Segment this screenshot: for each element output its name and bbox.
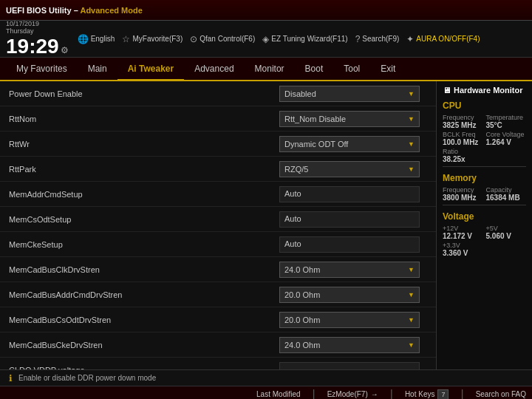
tab-advanced[interactable]: Advanced — [184, 58, 244, 80]
tab-main[interactable]: Main — [78, 58, 117, 80]
cpu-temp-value: 35°C — [486, 121, 527, 129]
setting-name: MemCsOdtSetup — [9, 215, 279, 224]
tab-tool[interactable]: Tool — [333, 58, 370, 80]
divider2: | — [390, 388, 393, 400]
cpu-bclk-label: BCLK Freq — [443, 131, 483, 138]
last-modified-item: Last Modified — [256, 390, 300, 398]
search-icon: ? — [355, 34, 361, 44]
tab-my-favorites[interactable]: My Favorites — [6, 58, 78, 80]
setting-row: MemCadBusCsOdtDrvStren20.0 Ohm▼ — [0, 307, 436, 332]
setting-value: Auto — [279, 186, 427, 202]
dropdown-field[interactable]: 24.0 Ohm▼ — [279, 262, 420, 278]
setting-name: MemAddrCmdSetup — [9, 190, 279, 199]
setting-name: Power Down Enable — [9, 89, 279, 98]
aura-button[interactable]: ✦ AURA ON/OFF(F4) — [406, 34, 480, 44]
mem-capacity-label: Capacity — [486, 186, 527, 194]
mem-freq-value: 3800 MHz — [443, 194, 483, 202]
language-selector[interactable]: 🌐 English — [78, 34, 115, 44]
ez-mode-item[interactable]: EzMode(F7) → — [327, 390, 378, 398]
setting-value[interactable]: 20.0 Ohm▼ — [279, 312, 427, 328]
dropdown-field[interactable]: Rtt_Nom Disable▼ — [279, 111, 420, 127]
voltage-section-title: Voltage — [443, 211, 526, 222]
setting-value[interactable]: Rtt_Nom Disable▼ — [279, 111, 427, 127]
tab-monitor[interactable]: Monitor — [245, 58, 295, 80]
bios-mode: Advanced Mode — [80, 6, 142, 15]
setting-row: MemCadBusCkeDrvStren24.0 Ohm▼ — [0, 332, 436, 358]
static-field: Auto — [279, 236, 420, 253]
setting-row: RttParkRZQ/5▼ — [0, 157, 436, 182]
setting-value[interactable]: Disabled▼ — [279, 86, 427, 102]
cpu-voltage-label: Core Voltage — [486, 131, 527, 138]
setting-value[interactable]: 24.0 Ohm▼ — [279, 337, 427, 353]
qfan-button[interactable]: ⊙ Qfan Control(F6) — [190, 34, 255, 44]
setting-row: CLDO VDDP voltage... — [0, 358, 436, 369]
search-button[interactable]: ? Search(F9) — [355, 34, 400, 44]
top-bar: UEFI BIOS Utility – Advanced Mode — [0, 0, 532, 21]
setting-row: MemCsOdtSetupAuto — [0, 207, 436, 232]
setting-name: MemCadBusCkeDrvStren — [9, 341, 279, 349]
qfan-label: Qfan Control(F6) — [200, 35, 255, 43]
hardware-monitor-panel: 🖥 Hardware Monitor CPU Frequency 3825 MH… — [436, 81, 532, 369]
memory-divider — [443, 166, 526, 167]
info-text: Enable or disable DDR power down mode — [18, 374, 156, 382]
eztuning-label: EZ Tuning Wizard(F11) — [271, 35, 347, 43]
v5-label: +5V — [486, 225, 527, 232]
cpu-bclk-value: 100.0 MHz — [443, 138, 483, 146]
eztuning-button[interactable]: ◈ EZ Tuning Wizard(F11) — [262, 34, 347, 44]
dropdown-field[interactable]: 20.0 Ohm▼ — [279, 287, 420, 303]
top-icons-bar: 🌐 English ☆ MyFavorite(F3) ⊙ Qfan Contro… — [78, 34, 526, 44]
setting-row: RttWrDynamic ODT Off▼ — [0, 132, 436, 157]
search-faq-item[interactable]: Search on FAQ — [476, 390, 526, 398]
dropdown-field[interactable]: RZQ/5▼ — [279, 161, 420, 177]
myfavorites-button[interactable]: ☆ MyFavorite(F3) — [122, 34, 183, 44]
search-faq-label: Search on FAQ — [476, 390, 526, 398]
setting-name: MemCadBusAddrCmdDrvStren — [9, 290, 279, 299]
dropdown-field[interactable]: 20.0 Ohm▼ — [279, 312, 420, 328]
nav-tabs: My Favorites Main Ai Tweaker Advanced Mo… — [0, 58, 532, 81]
dropdown-field[interactable]: 24.0 Ohm▼ — [279, 337, 420, 353]
setting-value[interactable]: RZQ/5▼ — [279, 161, 427, 177]
setting-name: MemCkeSetup — [9, 240, 279, 249]
setting-name: RttPark — [9, 165, 279, 174]
aura-icon: ✦ — [406, 34, 414, 44]
monitor-icon: 🖥 — [443, 86, 451, 95]
setting-row: MemCkeSetupAuto — [0, 232, 436, 257]
cpu-ratio-value: 38.25x — [443, 155, 526, 163]
settings-panel: Power Down EnableDisabled▼RttNomRtt_Nom … — [0, 81, 436, 369]
cpu-section-title: CPU — [443, 100, 526, 111]
memory-section-title: Memory — [443, 173, 526, 183]
tuning-icon: ◈ — [262, 34, 269, 44]
v12-label: +12V — [443, 225, 483, 232]
settings-icon[interactable]: ⚙ — [61, 45, 69, 55]
setting-name: CLDO VDDP voltage — [9, 366, 279, 370]
tab-boot[interactable]: Boot — [295, 58, 334, 80]
mem-freq-label: Frequency — [443, 186, 483, 194]
setting-value[interactable]: 24.0 Ohm▼ — [279, 262, 427, 278]
setting-row: Power Down EnableDisabled▼ — [0, 81, 436, 106]
cpu-voltage-value: 1.264 V — [486, 138, 527, 146]
hot-keys-key: 7 — [437, 389, 449, 400]
voltage-grid: +12V 12.172 V +5V 5.060 V — [443, 225, 526, 240]
cpu-ratio-label: Ratio — [443, 148, 526, 155]
last-modified-label: Last Modified — [256, 390, 300, 398]
setting-value: Auto — [279, 236, 427, 253]
static-field: Auto — [279, 186, 420, 202]
fan-icon: ⊙ — [190, 34, 197, 44]
date-display: 10/17/2019 Thursday — [6, 20, 69, 35]
tab-ai-tweaker[interactable]: Ai Tweaker — [117, 58, 184, 81]
v12-value: 12.172 V — [443, 232, 483, 240]
setting-value[interactable]: 20.0 Ohm▼ — [279, 287, 427, 303]
hot-keys-item[interactable]: Hot Keys 7 — [405, 389, 449, 400]
star-icon: ☆ — [122, 34, 130, 44]
datetime-display: 10/17/2019 Thursday 19:29 ⚙ — [6, 20, 69, 58]
tab-exit[interactable]: Exit — [370, 58, 406, 80]
setting-value[interactable]: Dynamic ODT Off▼ — [279, 136, 427, 152]
time-display: 19:29 — [6, 35, 59, 58]
setting-name: RttWr — [9, 140, 279, 149]
v5-value: 5.060 V — [486, 232, 527, 240]
cpu-freq-label: Frequency — [443, 114, 483, 121]
dropdown-field[interactable]: Disabled▼ — [279, 86, 420, 102]
dropdown-field[interactable]: Dynamic ODT Off▼ — [279, 136, 420, 152]
setting-value: Auto — [279, 211, 427, 228]
static-field: ... — [279, 362, 420, 370]
